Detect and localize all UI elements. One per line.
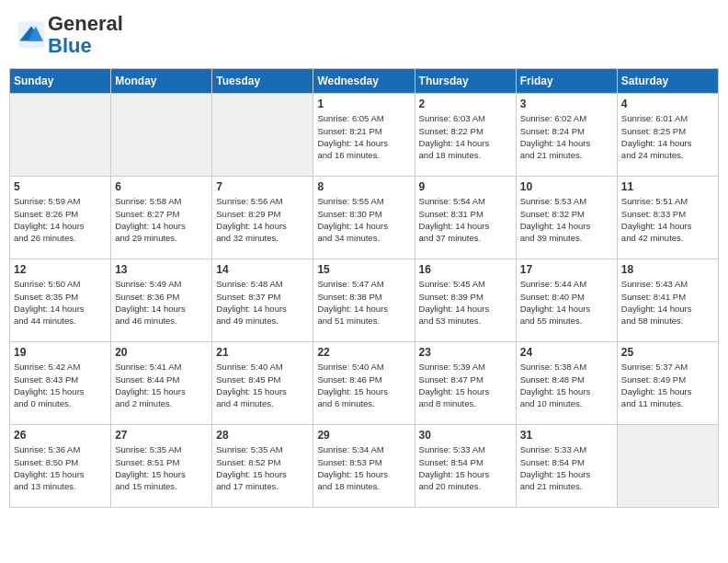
day-number: 13 <box>115 263 208 276</box>
day-info: Sunrise: 5:33 AM Sunset: 8:54 PM Dayligh… <box>520 443 613 492</box>
day-info: Sunrise: 6:02 AM Sunset: 8:24 PM Dayligh… <box>520 112 613 161</box>
day-info: Sunrise: 5:54 AM Sunset: 8:31 PM Dayligh… <box>419 195 512 244</box>
day-number: 5 <box>14 180 107 193</box>
calendar-cell: 12Sunrise: 5:50 AM Sunset: 8:35 PM Dayli… <box>10 259 111 342</box>
day-info: Sunrise: 5:51 AM Sunset: 8:33 PM Dayligh… <box>621 195 714 244</box>
day-info: Sunrise: 5:43 AM Sunset: 8:41 PM Dayligh… <box>621 278 714 327</box>
weekday-header-sunday: Sunday <box>10 69 111 94</box>
day-info: Sunrise: 5:41 AM Sunset: 8:44 PM Dayligh… <box>115 361 208 409</box>
day-number: 3 <box>520 98 613 110</box>
day-info: Sunrise: 5:36 AM Sunset: 8:50 PM Dayligh… <box>14 443 107 492</box>
weekday-header-row: SundayMondayTuesdayWednesdayThursdayFrid… <box>10 69 719 94</box>
day-info: Sunrise: 5:47 AM Sunset: 8:38 PM Dayligh… <box>317 278 410 327</box>
calendar-cell: 20Sunrise: 5:41 AM Sunset: 8:44 PM Dayli… <box>111 342 212 425</box>
day-info: Sunrise: 5:58 AM Sunset: 8:27 PM Dayligh… <box>115 195 208 244</box>
day-number: 27 <box>115 429 208 442</box>
logo-icon <box>17 20 46 50</box>
day-number: 29 <box>317 429 410 442</box>
day-number: 28 <box>216 429 309 442</box>
weekday-header-wednesday: Wednesday <box>313 69 415 94</box>
calendar-cell: 10Sunrise: 5:53 AM Sunset: 8:32 PM Dayli… <box>516 177 617 259</box>
weekday-header-friday: Friday <box>516 69 617 94</box>
page-header: GeneralBlue <box>9 9 719 61</box>
day-info: Sunrise: 5:40 AM Sunset: 8:45 PM Dayligh… <box>216 361 309 409</box>
logo: GeneralBlue <box>17 13 123 57</box>
day-number: 21 <box>216 346 309 359</box>
calendar-cell: 24Sunrise: 5:38 AM Sunset: 8:48 PM Dayli… <box>516 342 617 425</box>
calendar-cell: 7Sunrise: 5:56 AM Sunset: 8:29 PM Daylig… <box>212 177 313 259</box>
day-number: 1 <box>317 98 410 110</box>
calendar-cell: 2Sunrise: 6:03 AM Sunset: 8:22 PM Daylig… <box>415 94 516 177</box>
day-info: Sunrise: 5:48 AM Sunset: 8:37 PM Dayligh… <box>216 278 309 327</box>
calendar-cell: 31Sunrise: 5:33 AM Sunset: 8:54 PM Dayli… <box>516 425 617 508</box>
calendar-cell: 23Sunrise: 5:39 AM Sunset: 8:47 PM Dayli… <box>415 342 516 425</box>
day-info: Sunrise: 6:05 AM Sunset: 8:21 PM Dayligh… <box>317 112 410 161</box>
calendar-cell <box>111 94 212 177</box>
day-number: 17 <box>520 263 613 276</box>
calendar-cell: 8Sunrise: 5:55 AM Sunset: 8:30 PM Daylig… <box>313 177 415 259</box>
calendar-cell: 9Sunrise: 5:54 AM Sunset: 8:31 PM Daylig… <box>415 177 516 259</box>
weekday-header-saturday: Saturday <box>617 69 718 94</box>
day-info: Sunrise: 5:33 AM Sunset: 8:54 PM Dayligh… <box>419 443 512 492</box>
day-number: 20 <box>115 346 208 359</box>
day-number: 8 <box>317 180 410 193</box>
day-number: 22 <box>317 346 410 359</box>
day-info: Sunrise: 5:42 AM Sunset: 8:43 PM Dayligh… <box>14 361 107 409</box>
day-info: Sunrise: 5:49 AM Sunset: 8:36 PM Dayligh… <box>115 278 208 327</box>
day-info: Sunrise: 5:45 AM Sunset: 8:39 PM Dayligh… <box>419 278 512 327</box>
calendar-cell: 21Sunrise: 5:40 AM Sunset: 8:45 PM Dayli… <box>212 342 313 425</box>
day-info: Sunrise: 5:35 AM Sunset: 8:51 PM Dayligh… <box>115 443 208 492</box>
logo-blue: Blue <box>48 34 92 57</box>
day-number: 16 <box>419 263 512 276</box>
day-info: Sunrise: 5:34 AM Sunset: 8:53 PM Dayligh… <box>317 443 410 492</box>
calendar-cell: 15Sunrise: 5:47 AM Sunset: 8:38 PM Dayli… <box>313 259 415 342</box>
calendar-week-1: 1Sunrise: 6:05 AM Sunset: 8:21 PM Daylig… <box>10 94 719 177</box>
logo-general: GeneralBlue <box>48 12 123 57</box>
day-info: Sunrise: 6:03 AM Sunset: 8:22 PM Dayligh… <box>419 112 512 161</box>
day-number: 26 <box>14 429 107 442</box>
calendar-cell: 26Sunrise: 5:36 AM Sunset: 8:50 PM Dayli… <box>10 425 111 508</box>
day-number: 12 <box>14 263 107 276</box>
day-number: 14 <box>216 263 309 276</box>
day-info: Sunrise: 5:35 AM Sunset: 8:52 PM Dayligh… <box>216 443 309 492</box>
day-number: 23 <box>419 346 512 359</box>
weekday-header-thursday: Thursday <box>415 69 516 94</box>
calendar-cell: 6Sunrise: 5:58 AM Sunset: 8:27 PM Daylig… <box>111 177 212 259</box>
day-number: 18 <box>621 263 714 276</box>
calendar-cell <box>617 425 718 508</box>
calendar-cell: 3Sunrise: 6:02 AM Sunset: 8:24 PM Daylig… <box>516 94 617 177</box>
day-info: Sunrise: 5:56 AM Sunset: 8:29 PM Dayligh… <box>216 195 309 244</box>
logo-text: GeneralBlue <box>48 13 123 57</box>
calendar-cell: 30Sunrise: 5:33 AM Sunset: 8:54 PM Dayli… <box>415 425 516 508</box>
weekday-header-monday: Monday <box>111 69 212 94</box>
calendar-cell: 27Sunrise: 5:35 AM Sunset: 8:51 PM Dayli… <box>111 425 212 508</box>
calendar-cell: 28Sunrise: 5:35 AM Sunset: 8:52 PM Dayli… <box>212 425 313 508</box>
day-number: 30 <box>419 429 512 442</box>
day-number: 25 <box>621 346 714 359</box>
calendar-cell: 17Sunrise: 5:44 AM Sunset: 8:40 PM Dayli… <box>516 259 617 342</box>
day-info: Sunrise: 5:39 AM Sunset: 8:47 PM Dayligh… <box>419 361 512 409</box>
day-number: 15 <box>317 263 410 276</box>
day-number: 4 <box>621 98 714 110</box>
calendar-cell: 11Sunrise: 5:51 AM Sunset: 8:33 PM Dayli… <box>617 177 718 259</box>
weekday-header-tuesday: Tuesday <box>212 69 313 94</box>
calendar-week-3: 12Sunrise: 5:50 AM Sunset: 8:35 PM Dayli… <box>10 259 719 342</box>
calendar-cell: 16Sunrise: 5:45 AM Sunset: 8:39 PM Dayli… <box>415 259 516 342</box>
calendar-cell: 4Sunrise: 6:01 AM Sunset: 8:25 PM Daylig… <box>617 94 718 177</box>
calendar-cell <box>10 94 111 177</box>
calendar-cell: 29Sunrise: 5:34 AM Sunset: 8:53 PM Dayli… <box>313 425 415 508</box>
day-info: Sunrise: 5:40 AM Sunset: 8:46 PM Dayligh… <box>317 361 410 409</box>
calendar-cell: 1Sunrise: 6:05 AM Sunset: 8:21 PM Daylig… <box>313 94 415 177</box>
calendar-cell: 19Sunrise: 5:42 AM Sunset: 8:43 PM Dayli… <box>10 342 111 425</box>
day-number: 7 <box>216 180 309 193</box>
calendar-table: SundayMondayTuesdayWednesdayThursdayFrid… <box>9 68 719 508</box>
day-number: 19 <box>14 346 107 359</box>
calendar-cell: 13Sunrise: 5:49 AM Sunset: 8:36 PM Dayli… <box>111 259 212 342</box>
day-info: Sunrise: 5:37 AM Sunset: 8:49 PM Dayligh… <box>621 361 714 409</box>
calendar-cell: 14Sunrise: 5:48 AM Sunset: 8:37 PM Dayli… <box>212 259 313 342</box>
day-info: Sunrise: 6:01 AM Sunset: 8:25 PM Dayligh… <box>621 112 714 161</box>
day-number: 2 <box>419 98 512 110</box>
calendar-cell: 18Sunrise: 5:43 AM Sunset: 8:41 PM Dayli… <box>617 259 718 342</box>
calendar-cell: 5Sunrise: 5:59 AM Sunset: 8:26 PM Daylig… <box>10 177 111 259</box>
calendar-cell: 22Sunrise: 5:40 AM Sunset: 8:46 PM Dayli… <box>313 342 415 425</box>
